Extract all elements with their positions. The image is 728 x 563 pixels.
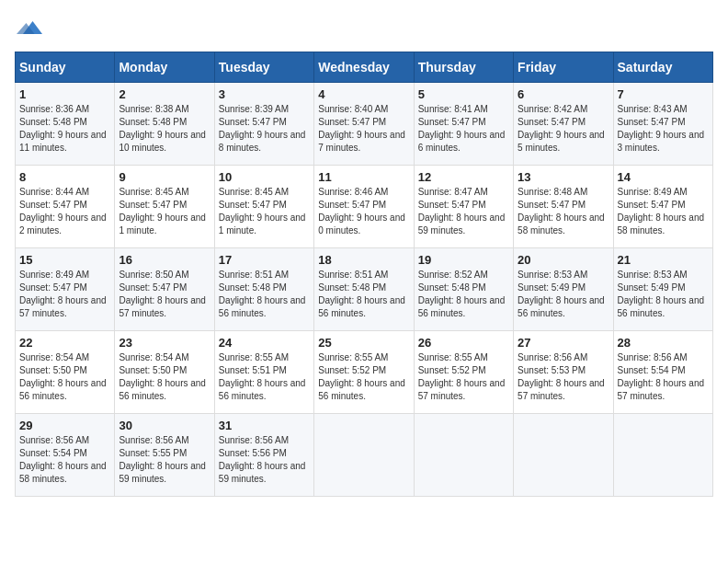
day-number: 28 <box>618 336 709 350</box>
column-header-sunday: Sunday <box>16 52 115 83</box>
day-sunset: Sunset: 5:47 PM <box>19 200 87 210</box>
column-header-thursday: Thursday <box>414 52 513 83</box>
week-row-5: 29Sunrise: 8:56 AMSunset: 5:54 PMDayligh… <box>16 414 713 497</box>
day-daylight: Daylight: 8 hours and 56 minutes. <box>119 378 206 401</box>
day-sunrise: Sunrise: 8:36 AM <box>19 104 89 114</box>
day-number: 15 <box>19 253 110 267</box>
day-cell: 30Sunrise: 8:56 AMSunset: 5:55 PMDayligh… <box>115 414 214 497</box>
day-number: 11 <box>318 170 409 184</box>
day-daylight: Daylight: 9 hours and 8 minutes. <box>219 130 306 153</box>
day-daylight: Daylight: 9 hours and 5 minutes. <box>518 130 605 153</box>
day-sunrise: Sunrise: 8:48 AM <box>518 187 587 197</box>
day-cell <box>613 414 712 497</box>
calendar-header-row: SundayMondayTuesdayWednesdayThursdayFrid… <box>16 52 713 83</box>
day-sunset: Sunset: 5:49 PM <box>518 282 586 293</box>
day-cell: 31Sunrise: 8:56 AMSunset: 5:56 PMDayligh… <box>214 414 313 497</box>
day-daylight: Daylight: 9 hours and 10 minutes. <box>119 130 206 153</box>
day-cell: 28Sunrise: 8:56 AMSunset: 5:54 PMDayligh… <box>613 331 712 414</box>
day-cell: 3Sunrise: 8:39 AMSunset: 5:47 PMDaylight… <box>214 83 313 166</box>
day-sunrise: Sunrise: 8:45 AM <box>219 187 289 197</box>
day-sunrise: Sunrise: 8:47 AM <box>418 187 488 197</box>
day-cell: 26Sunrise: 8:55 AMSunset: 5:52 PMDayligh… <box>414 331 513 414</box>
day-sunset: Sunset: 5:47 PM <box>518 200 586 210</box>
day-cell: 17Sunrise: 8:51 AMSunset: 5:48 PMDayligh… <box>214 248 313 331</box>
day-sunrise: Sunrise: 8:55 AM <box>418 352 488 362</box>
day-daylight: Daylight: 8 hours and 59 minutes. <box>119 461 206 484</box>
day-sunrise: Sunrise: 8:43 AM <box>618 104 688 114</box>
week-row-4: 22Sunrise: 8:54 AMSunset: 5:50 PMDayligh… <box>16 331 713 414</box>
day-sunset: Sunset: 5:54 PM <box>19 448 87 458</box>
day-cell: 2Sunrise: 8:38 AMSunset: 5:48 PMDaylight… <box>115 83 214 166</box>
day-sunrise: Sunrise: 8:52 AM <box>418 270 488 280</box>
day-number: 1 <box>19 87 110 101</box>
day-cell <box>414 414 513 497</box>
day-cell: 23Sunrise: 8:54 AMSunset: 5:50 PMDayligh… <box>115 331 214 414</box>
day-daylight: Daylight: 9 hours and 11 minutes. <box>19 130 107 153</box>
column-header-tuesday: Tuesday <box>214 52 313 83</box>
day-sunset: Sunset: 5:47 PM <box>618 117 686 127</box>
page-header <box>15 15 713 44</box>
day-daylight: Daylight: 8 hours and 56 minutes. <box>318 378 405 401</box>
day-sunset: Sunset: 5:48 PM <box>418 282 486 293</box>
day-daylight: Daylight: 8 hours and 56 minutes. <box>219 295 306 318</box>
day-sunset: Sunset: 5:47 PM <box>219 200 287 210</box>
day-sunrise: Sunrise: 8:56 AM <box>19 435 89 445</box>
day-number: 13 <box>518 170 609 184</box>
day-cell: 7Sunrise: 8:43 AMSunset: 5:47 PMDaylight… <box>613 83 712 166</box>
day-sunrise: Sunrise: 8:51 AM <box>219 270 289 280</box>
day-number: 8 <box>19 170 110 184</box>
day-number: 23 <box>119 336 210 350</box>
day-number: 7 <box>618 87 709 101</box>
day-daylight: Daylight: 8 hours and 59 minutes. <box>418 213 506 236</box>
day-cell: 15Sunrise: 8:49 AMSunset: 5:47 PMDayligh… <box>16 248 115 331</box>
day-daylight: Daylight: 8 hours and 57 minutes. <box>618 378 705 401</box>
day-daylight: Daylight: 8 hours and 56 minutes. <box>618 295 705 318</box>
day-cell <box>514 414 613 497</box>
day-number: 27 <box>518 336 609 350</box>
day-daylight: Daylight: 8 hours and 59 minutes. <box>219 461 306 484</box>
day-cell <box>314 414 414 497</box>
day-daylight: Daylight: 8 hours and 56 minutes. <box>219 378 306 401</box>
day-cell: 10Sunrise: 8:45 AMSunset: 5:47 PMDayligh… <box>214 166 313 248</box>
day-sunrise: Sunrise: 8:55 AM <box>318 352 388 362</box>
day-daylight: Daylight: 8 hours and 57 minutes. <box>19 295 107 318</box>
day-sunrise: Sunrise: 8:56 AM <box>219 435 289 445</box>
day-cell: 8Sunrise: 8:44 AMSunset: 5:47 PMDaylight… <box>16 166 115 248</box>
day-sunrise: Sunrise: 8:54 AM <box>19 352 89 362</box>
day-cell: 22Sunrise: 8:54 AMSunset: 5:50 PMDayligh… <box>16 331 115 414</box>
day-sunset: Sunset: 5:47 PM <box>19 282 87 293</box>
day-number: 17 <box>219 253 310 267</box>
day-number: 9 <box>119 170 210 184</box>
day-sunset: Sunset: 5:47 PM <box>219 117 287 127</box>
logo-icon <box>17 15 42 40</box>
day-sunrise: Sunrise: 8:55 AM <box>219 352 289 362</box>
day-sunrise: Sunrise: 8:38 AM <box>119 104 188 114</box>
day-number: 14 <box>618 170 709 184</box>
day-sunset: Sunset: 5:48 PM <box>19 117 87 127</box>
day-sunset: Sunset: 5:52 PM <box>318 365 386 375</box>
calendar-table: SundayMondayTuesdayWednesdayThursdayFrid… <box>15 52 713 497</box>
day-sunrise: Sunrise: 8:56 AM <box>618 352 688 362</box>
day-sunrise: Sunrise: 8:54 AM <box>119 352 188 362</box>
day-number: 19 <box>418 253 509 267</box>
day-daylight: Daylight: 8 hours and 56 minutes. <box>318 295 405 318</box>
day-sunset: Sunset: 5:47 PM <box>119 200 187 210</box>
day-number: 4 <box>318 87 409 101</box>
day-number: 29 <box>19 419 110 432</box>
day-sunset: Sunset: 5:56 PM <box>219 448 287 458</box>
day-daylight: Daylight: 9 hours and 2 minutes. <box>19 213 107 236</box>
day-daylight: Daylight: 8 hours and 56 minutes. <box>518 295 605 318</box>
week-row-2: 8Sunrise: 8:44 AMSunset: 5:47 PMDaylight… <box>16 166 713 248</box>
day-sunset: Sunset: 5:50 PM <box>19 365 87 375</box>
day-daylight: Daylight: 8 hours and 57 minutes. <box>518 378 605 401</box>
day-cell: 29Sunrise: 8:56 AMSunset: 5:54 PMDayligh… <box>16 414 115 497</box>
day-number: 3 <box>219 87 310 101</box>
day-sunset: Sunset: 5:49 PM <box>618 282 686 293</box>
day-sunset: Sunset: 5:53 PM <box>518 365 586 375</box>
day-sunset: Sunset: 5:47 PM <box>318 200 386 210</box>
day-cell: 13Sunrise: 8:48 AMSunset: 5:47 PMDayligh… <box>514 166 613 248</box>
week-row-3: 15Sunrise: 8:49 AMSunset: 5:47 PMDayligh… <box>16 248 713 331</box>
day-cell: 25Sunrise: 8:55 AMSunset: 5:52 PMDayligh… <box>314 331 414 414</box>
day-sunset: Sunset: 5:47 PM <box>318 117 386 127</box>
day-daylight: Daylight: 9 hours and 7 minutes. <box>318 130 405 153</box>
